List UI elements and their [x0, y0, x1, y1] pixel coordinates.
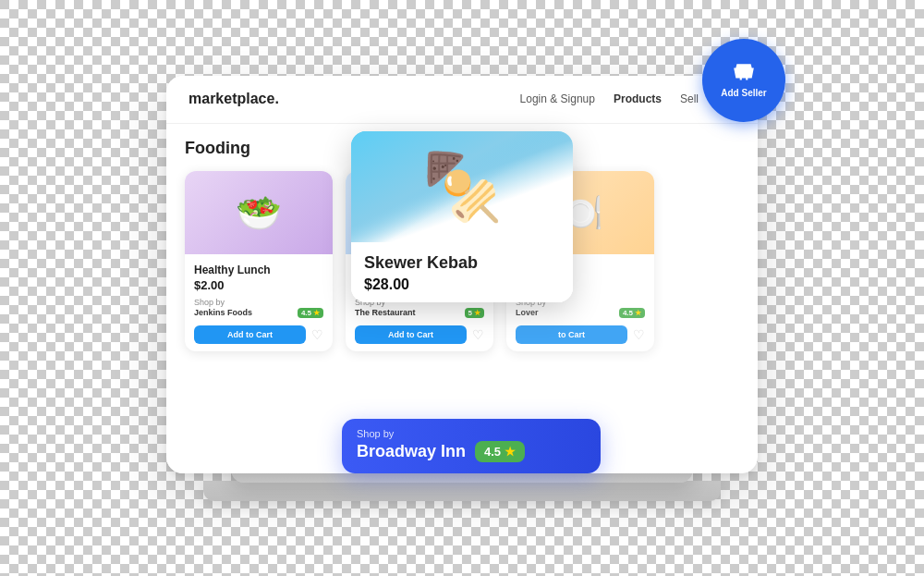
card-image-1: 🥗	[185, 171, 333, 254]
add-cart-btn-1[interactable]: Add to Cart	[194, 325, 306, 344]
shop-by-name-row: Broadway Inn 4.5 ★	[357, 441, 586, 462]
card-price-1: $2.00	[194, 278, 323, 292]
add-seller-label: Add Seller	[721, 88, 766, 99]
shop-name-1: Jenkins Foods	[194, 308, 252, 317]
rating-badge-3: 4.5 ★	[619, 308, 645, 318]
device-base-foot	[203, 481, 721, 501]
card-body-1: Healthy Lunch $2.00 Shop by Jenkins Food…	[185, 254, 333, 351]
nav-products[interactable]: Products	[614, 92, 662, 105]
shop-by-rating: 4.5 ★	[475, 441, 525, 462]
featured-food-emoji: 🍢	[422, 154, 503, 219]
card-actions-3: to Cart ♡	[516, 325, 645, 344]
navbar: marketplace. Login & Signup Products Sel…	[166, 76, 758, 124]
shop-by-small-label: Shop by	[357, 428, 586, 439]
featured-card: 🍢 Skewer Kebab $28.00	[351, 131, 573, 302]
add-seller-button[interactable]: Add Seller	[702, 39, 785, 122]
shop-by-name: Broadway Inn	[357, 442, 466, 461]
nav-links: Login & Signup Products Sell 🛒	[520, 91, 736, 108]
shop-by-banner: Shop by Broadway Inn 4.5 ★	[342, 419, 601, 473]
nav-brand: marketplace.	[188, 91, 279, 107]
shop-name-row-3: Lover 4.5 ★	[516, 308, 645, 318]
add-cart-btn-3[interactable]: to Cart	[516, 325, 627, 344]
add-cart-btn-2[interactable]: Add to Cart	[355, 325, 467, 344]
food-emoji-1: 🥗	[236, 194, 282, 231]
rating-badge-1: 4.5 ★	[298, 308, 323, 318]
wishlist-btn-3[interactable]: ♡	[633, 328, 645, 341]
rating-badge-2: 5 ★	[465, 308, 484, 318]
featured-card-name: Skewer Kebab	[364, 253, 560, 273]
featured-star-icon: ★	[505, 445, 516, 459]
shop-name-3: Lover	[516, 308, 539, 317]
card-name-1: Healthy Lunch	[194, 263, 323, 276]
store-icon	[732, 61, 756, 85]
featured-card-image: 🍢	[351, 131, 573, 242]
star-icon-3: ★	[635, 309, 641, 317]
product-card-1: 🥗 Healthy Lunch $2.00 Shop by Jenkins Fo…	[185, 171, 333, 351]
card-actions-2: Add to Cart ♡	[355, 325, 484, 344]
card-actions-1: Add to Cart ♡	[194, 325, 323, 344]
shop-name-row-2: The Restaurant 5 ★	[355, 308, 484, 318]
shop-name-row-1: Jenkins Foods 4.5 ★	[194, 308, 323, 318]
nav-sell[interactable]: Sell	[680, 92, 699, 105]
shop-by-label-1: Shop by	[194, 298, 323, 307]
star-icon-1: ★	[313, 309, 320, 317]
star-icon-2: ★	[474, 309, 480, 317]
nav-login-signup[interactable]: Login & Signup	[520, 92, 595, 105]
scene: marketplace. Login & Signup Products Sel…	[148, 39, 776, 538]
wishlist-btn-2[interactable]: ♡	[472, 328, 484, 341]
wishlist-btn-1[interactable]: ♡	[311, 328, 323, 341]
shop-name-2: The Restaurant	[355, 308, 416, 317]
featured-card-price: $28.00	[364, 276, 560, 293]
featured-card-body: Skewer Kebab $28.00	[351, 242, 573, 302]
